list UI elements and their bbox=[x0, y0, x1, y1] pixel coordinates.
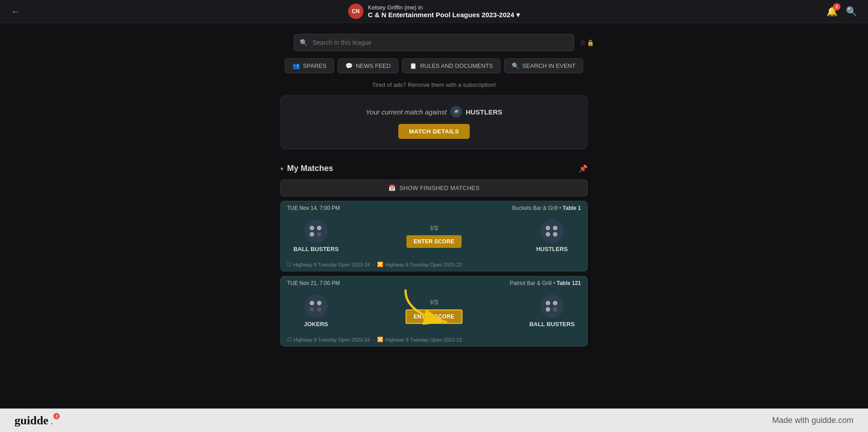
star-icon: ☆ bbox=[580, 38, 586, 47]
match-center-2: VS ENTER SCORE bbox=[406, 299, 462, 324]
section-title: My Matches bbox=[287, 164, 333, 173]
calendar-icon: 📅 bbox=[388, 185, 396, 191]
search-container: 🔍 ☆ 🔒 bbox=[294, 34, 574, 51]
footer-item-right-1: 🔀 Highway 9 Tuesday Open 2023-23 bbox=[377, 261, 462, 267]
sub-league-icon-1: 🔀 bbox=[377, 261, 383, 267]
bottom-bar: guidde . 2 Made with guidde.com bbox=[0, 408, 868, 432]
current-match-text: Your current match against 🎱 HUSTLERS bbox=[366, 106, 502, 118]
top-nav: ← CN Kelsey Griffin (me) in C & N Entert… bbox=[0, 0, 868, 23]
match-1-date: TUE Nov 14, 7:00 PM bbox=[287, 205, 340, 211]
match-2-venue: Patriot Bar & Grill • Table 121 bbox=[510, 280, 581, 286]
match-center-1: VS ENTER SCORE bbox=[406, 224, 462, 248]
my-matches-section: ▾ My Matches 📌 📅 SHOW FINISHED MATCHES T… bbox=[280, 164, 588, 351]
team-avatar-right-1 bbox=[540, 219, 564, 243]
match-card-1-body: BALL BUSTERS VS ENTER SCORE bbox=[281, 215, 587, 259]
team-left-2: JOKERS bbox=[289, 294, 343, 328]
made-with-text: Made with guidde.com bbox=[772, 416, 854, 425]
match-1-venue: Buckets Bar & Grill • Table 1 bbox=[512, 205, 581, 211]
spares-icon: 👥 bbox=[292, 62, 300, 69]
show-finished-button[interactable]: 📅 SHOW FINISHED MATCHES bbox=[280, 180, 588, 196]
pin-icon[interactable]: 📌 bbox=[579, 164, 588, 173]
guidde-text: guidde bbox=[14, 414, 48, 427]
rules-button[interactable]: 📋 RULES AND DOCUMENTS bbox=[402, 58, 500, 73]
match-card-2-footer: ☐ Highway 9 Tuesday Open 2023-24 • 🔀 Hig… bbox=[281, 334, 587, 346]
team-name-left-2: JOKERS bbox=[304, 321, 328, 328]
team-avatar-left-1 bbox=[304, 219, 328, 243]
matches-wrapper: TUE Nov 14, 7:00 PM Buckets Bar & Grill … bbox=[280, 201, 588, 347]
guidde-dot-icon: . bbox=[50, 413, 53, 427]
footer-divider-1: • bbox=[373, 262, 374, 267]
match-card-2-header: TUE Nov 21, 7:00 PM Patriot Bar & Grill … bbox=[281, 276, 587, 290]
document-icon: 📋 bbox=[410, 62, 417, 69]
nav-league-name[interactable]: C & N Entertainment Pool Leagues 2023-20… bbox=[368, 11, 520, 19]
team-name-right-2: BALL BUSTERS bbox=[529, 321, 575, 328]
match-card-1-footer: ☐ Highway 9 Tuesday Open 2023-24 • 🔀 Hig… bbox=[281, 259, 587, 271]
hustlers-team-icon: 🎱 bbox=[453, 109, 459, 114]
main-content: 🔍 ☆ 🔒 👥 SPARES 💬 NEWS FEED 📋 RULES AND D… bbox=[0, 23, 868, 369]
nav-user-name: Kelsey Griffin (me) in bbox=[368, 4, 520, 11]
enter-score-button-1[interactable]: ENTER SCORE bbox=[406, 235, 462, 248]
news-feed-button[interactable]: 💬 NEWS FEED bbox=[338, 58, 398, 73]
team-name-right-1: HUSTLERS bbox=[536, 246, 568, 252]
sub-league-icon-2: 🔀 bbox=[377, 337, 383, 342]
nav-user-info: Kelsey Griffin (me) in C & N Entertainme… bbox=[368, 4, 520, 19]
hustlers-logo: 🎱 bbox=[450, 106, 462, 118]
footer-divider-2: • bbox=[373, 337, 374, 342]
league-icon-2: ☐ bbox=[287, 337, 292, 342]
match-card-2-body: JOKERS VS ENTER SCORE bbox=[281, 290, 587, 334]
current-match-card: Your current match against 🎱 HUSTLERS MA… bbox=[280, 95, 588, 149]
guidde-badge: 2 bbox=[53, 413, 60, 419]
team-left-1: BALL BUSTERS bbox=[289, 219, 343, 252]
nav-icons: 🔔 2 🔍 bbox=[826, 6, 857, 17]
search-favorite[interactable]: ☆ 🔒 bbox=[580, 38, 594, 47]
search-icon: 🔍 bbox=[846, 6, 857, 16]
league-icon-1: ☐ bbox=[287, 261, 292, 267]
section-header: ▾ My Matches 📌 bbox=[280, 164, 588, 173]
section-title-left: ▾ My Matches bbox=[280, 164, 333, 173]
search-event-icon: 🔍 bbox=[512, 62, 519, 69]
team-avatar-right-2 bbox=[540, 294, 564, 318]
match-card-2: TUE Nov 21, 7:00 PM Patriot Bar & Grill … bbox=[280, 276, 588, 347]
notification-button[interactable]: 🔔 2 bbox=[826, 6, 838, 17]
match-2-date: TUE Nov 21, 7:00 PM bbox=[287, 280, 340, 286]
back-icon: ← bbox=[11, 6, 20, 16]
notification-badge: 2 bbox=[833, 3, 840, 10]
league-logo: CN bbox=[348, 4, 363, 19]
vs-text-2: VS bbox=[430, 299, 439, 306]
footer-item-left-1: ☐ Highway 9 Tuesday Open 2023-24 bbox=[287, 261, 370, 267]
guidde-logo: guidde . 2 bbox=[14, 413, 61, 427]
ad-banner: Tired of ads? Remove them with a subscri… bbox=[372, 81, 496, 88]
chevron-down-icon: ▾ bbox=[516, 11, 520, 19]
footer-item-right-2: 🔀 Highway 9 Tuesday Open 2023-23 bbox=[377, 337, 462, 342]
team-right-1: HUSTLERS bbox=[525, 219, 579, 252]
back-button[interactable]: ← bbox=[11, 6, 20, 17]
lock-icon: 🔒 bbox=[587, 39, 594, 46]
action-buttons: 👥 SPARES 💬 NEWS FEED 📋 RULES AND DOCUMEN… bbox=[285, 58, 583, 73]
hustlers-name: HUSTLERS bbox=[466, 108, 502, 116]
section-chevron-icon[interactable]: ▾ bbox=[280, 165, 283, 172]
match-card-1: TUE Nov 14, 7:00 PM Buckets Bar & Grill … bbox=[280, 201, 588, 271]
match-details-button[interactable]: MATCH DETAILS bbox=[398, 124, 470, 139]
team-name-left-1: BALL BUSTERS bbox=[293, 246, 339, 252]
vs-text-1: VS bbox=[430, 224, 439, 232]
spares-button[interactable]: 👥 SPARES bbox=[285, 58, 334, 73]
chat-icon: 💬 bbox=[345, 62, 353, 69]
match-card-1-header: TUE Nov 14, 7:00 PM Buckets Bar & Grill … bbox=[281, 201, 587, 215]
footer-item-left-2: ☐ Highway 9 Tuesday Open 2023-24 bbox=[287, 337, 370, 342]
search-button[interactable]: 🔍 bbox=[846, 6, 857, 17]
team-avatar-left-2 bbox=[304, 294, 328, 318]
search-input[interactable] bbox=[294, 34, 574, 51]
search-event-button[interactable]: 🔍 SEARCH IN EVENT bbox=[504, 58, 583, 73]
team-right-2: BALL BUSTERS bbox=[525, 294, 579, 328]
enter-score-button-2[interactable]: ENTER SCORE bbox=[406, 309, 462, 324]
nav-center: CN Kelsey Griffin (me) in C & N Entertai… bbox=[348, 4, 520, 19]
search-icon-inner: 🔍 bbox=[300, 39, 307, 46]
